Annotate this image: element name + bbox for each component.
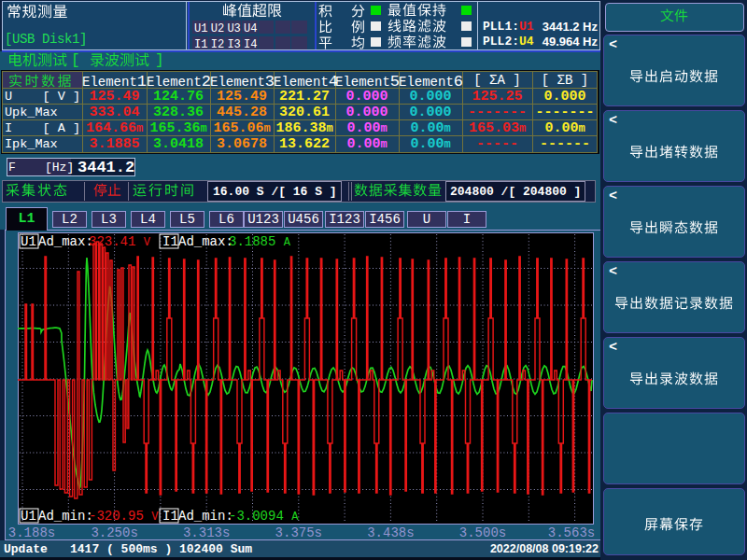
svg-text:Ad_max:: Ad_max:: [38, 234, 93, 249]
svg-text:U1: U1: [21, 509, 36, 524]
svg-text:Ad_min:: Ad_min:: [178, 509, 233, 524]
svg-text:-3.0094 A: -3.0094 A: [229, 509, 299, 524]
svg-text:3.1885 A: 3.1885 A: [229, 234, 291, 249]
svg-text:323.41 V: 323.41 V: [89, 234, 151, 249]
svg-text:Ad_min:: Ad_min:: [38, 509, 93, 524]
svg-text:I1: I1: [162, 234, 178, 249]
svg-text:Ad_max:: Ad_max:: [178, 234, 233, 249]
svg-text:I1: I1: [162, 509, 178, 524]
svg-text:-320.95 V: -320.95 V: [89, 509, 159, 524]
svg-text:U1: U1: [21, 234, 36, 249]
